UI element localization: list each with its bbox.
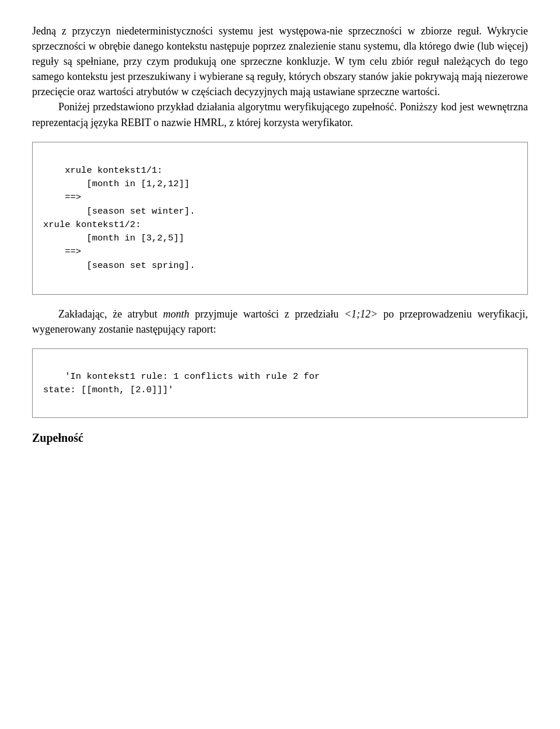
- paragraph-1: Jedną z przyczyn niedeterministyczności …: [32, 23, 528, 99]
- report-block-container: 'In kontekst1 rule: 1 conflicts with rul…: [32, 348, 528, 418]
- code-text: xrule kontekst1/1: [month in [1,2,12]] =…: [43, 165, 195, 271]
- report-text: 'In kontekst1 rule: 1 conflicts with rul…: [43, 371, 320, 395]
- code-block-container: xrule kontekst1/1: [month in [1,2,12]] =…: [32, 142, 528, 295]
- paragraph-2: Poniżej przedstawiono przykład działania…: [32, 99, 528, 130]
- paragraph-2-text: Poniżej przedstawiono przykład działania…: [32, 99, 528, 130]
- paragraph-3: Zakładając, że atrybut month przyjmuje w…: [32, 306, 528, 337]
- section-heading: Zupełność: [32, 430, 528, 447]
- range-notation: <1;12>: [344, 308, 377, 320]
- main-content: Jedną z przyczyn niedeterministyczności …: [32, 23, 528, 447]
- paragraph-3-text: Zakładając, że atrybut month przyjmuje w…: [32, 306, 528, 337]
- paragraph-1-text: Jedną z przyczyn niedeterministyczności …: [32, 23, 528, 99]
- month-italic: month: [163, 308, 190, 320]
